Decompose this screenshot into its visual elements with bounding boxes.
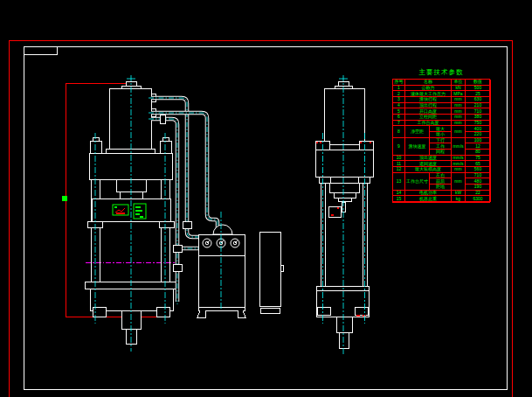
cell-name: 净空距 xyxy=(405,126,430,137)
cell-no: 6 xyxy=(393,115,405,121)
cell-no: 2 xyxy=(393,91,405,97)
cell-name: 退回速度 xyxy=(405,161,452,167)
cell-unit: mm/s xyxy=(452,156,466,162)
electrical-cabinet xyxy=(259,232,283,313)
cell-unit: mm xyxy=(452,167,466,173)
cell-no: 8 xyxy=(393,126,405,137)
cell-unit: mm/s xyxy=(452,161,466,167)
cell-value: 560 xyxy=(466,167,491,173)
cell-sublabel: 最大 xyxy=(430,126,452,132)
cell-unit: kg xyxy=(452,196,466,202)
cell-name: 开口高度 xyxy=(405,108,452,115)
cell-value: 480 xyxy=(466,178,491,185)
cell-sublabel: 回程 xyxy=(430,150,452,156)
cell-name: 滑块行程 xyxy=(405,97,452,103)
header-value: 数值 xyxy=(466,80,491,86)
cad-workspace[interactable]: 主要技术参数 序号名称单位数值1公称力500kN2液体最大工作压力25MPa3滑… xyxy=(0,0,532,397)
pipe-flange xyxy=(183,221,191,228)
cell-no: 15 xyxy=(393,196,405,202)
cell-unit: MPa xyxy=(452,91,466,97)
cell-no: 5 xyxy=(393,108,405,115)
cell-name: 液体最大工作压力 xyxy=(405,91,452,97)
cell-no: 13 xyxy=(393,173,405,191)
cell-no: 10 xyxy=(393,156,405,162)
cell-name: 立柱间距 xyxy=(405,115,452,121)
cell-sublabel: 最小 xyxy=(430,132,452,138)
cell-value: 220 xyxy=(466,132,491,138)
hydraulic-power-unit xyxy=(197,225,245,317)
cell-value: 25 xyxy=(466,91,491,97)
cell-sublabel: 工作 xyxy=(430,143,452,150)
cell-name: 机器总重 xyxy=(405,196,452,202)
cell-unit: mm xyxy=(452,97,466,103)
table-title: 主要技术参数 xyxy=(397,68,485,77)
pipe-flange xyxy=(160,115,165,123)
header-name: 名称 xyxy=(405,80,452,86)
cell-value: 80 xyxy=(466,150,491,156)
cell-no: 11 xyxy=(393,161,405,167)
cell-no: 14 xyxy=(393,191,405,197)
cell-name: 工作台尺寸 xyxy=(405,173,430,191)
cell-unit: mm xyxy=(452,126,466,137)
cell-name: 工作台高度 xyxy=(405,121,452,127)
cell-value: 400 xyxy=(466,126,491,132)
cell-value: 12 xyxy=(466,143,491,150)
cell-value: 75 xyxy=(466,156,491,162)
technical-parameters-table: 序号名称单位数值1公称力500kN2液体最大工作压力25MPa3滑块行程630m… xyxy=(392,79,490,203)
cell-name: 顶出速度 xyxy=(405,156,452,162)
cell-no: 9 xyxy=(393,138,405,156)
cell-unit: mm xyxy=(452,121,466,127)
cell-unit: mm/s xyxy=(452,138,466,156)
cell-value: 750 xyxy=(466,121,491,127)
cell-sublabel: 距地 xyxy=(430,185,452,191)
cell-name: 滑块速度 xyxy=(405,138,430,156)
cell-unit: kW xyxy=(452,191,466,197)
cell-no: 7 xyxy=(393,121,405,127)
cell-value: 710 xyxy=(466,173,491,179)
frame-corner-tab xyxy=(24,46,57,54)
cell-value: 190 xyxy=(466,185,491,191)
cell-no: 3 xyxy=(393,97,405,103)
ejector-cylinder-side xyxy=(336,317,352,332)
cell-unit: mm xyxy=(452,108,466,115)
pipe-flange xyxy=(173,264,182,271)
cell-name: 电机功率 xyxy=(405,191,452,197)
cell-value: 210 xyxy=(466,103,491,109)
cell-sublabel: 前后 xyxy=(430,178,452,185)
cell-name: 最大装模高度 xyxy=(405,167,452,173)
cell-unit: kN xyxy=(452,86,466,92)
slider-side xyxy=(329,183,359,192)
cell-value: 380 xyxy=(466,115,491,121)
cell-no: 1 xyxy=(393,86,405,92)
cell-no: 4 xyxy=(393,103,405,109)
cell-value: 630 xyxy=(466,97,491,103)
cell-value: 65 xyxy=(466,161,491,167)
cell-value: 22 xyxy=(466,191,491,197)
header-no: 序号 xyxy=(393,80,405,86)
cell-name: 公称力 xyxy=(405,86,452,92)
cell-no: 12 xyxy=(393,167,405,173)
cell-value: 500 xyxy=(466,86,491,92)
cell-value: 710 xyxy=(466,108,491,115)
pipe-flange xyxy=(173,245,182,252)
cell-value: 100 xyxy=(466,138,491,144)
cell-sublabel: 下行 xyxy=(430,138,452,144)
grip-handle[interactable] xyxy=(62,196,67,201)
header-unit: 单位 xyxy=(452,80,466,86)
cell-name: 顶出行程 xyxy=(405,103,452,109)
upper-beam xyxy=(89,153,172,179)
cell-sublabel: 左右 xyxy=(430,173,452,179)
cell-value: 6300 xyxy=(466,196,491,202)
main-cylinder xyxy=(109,88,151,149)
main-cylinder-side xyxy=(324,88,364,144)
cell-unit: mm xyxy=(452,103,466,109)
cell-unit: mm xyxy=(452,173,466,191)
cabinet-handle xyxy=(280,265,283,271)
cell-unit: mm xyxy=(452,115,466,121)
